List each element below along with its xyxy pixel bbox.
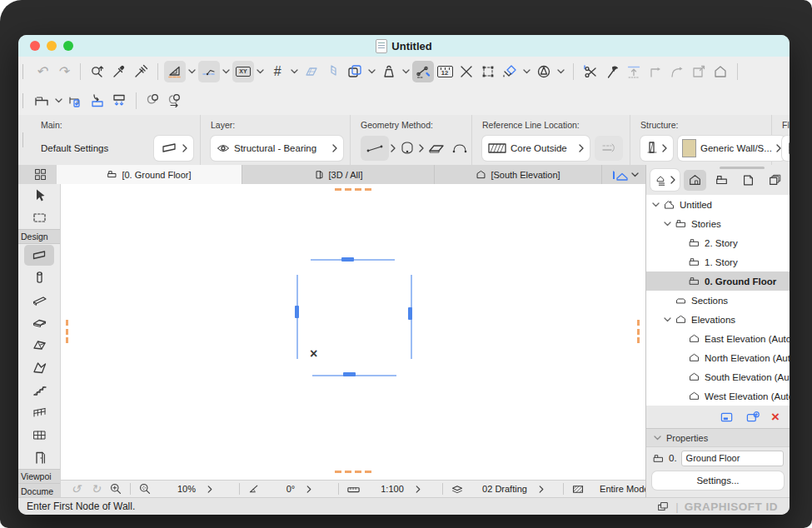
floor-plan-canvas[interactable]: × xyxy=(60,184,646,480)
tree-item-sections[interactable]: Sections xyxy=(646,291,790,310)
tool-slab[interactable] xyxy=(24,312,54,333)
guide-lines-button[interactable] xyxy=(164,61,186,82)
tab-ground-floor[interactable]: [0. Ground Floor] xyxy=(57,165,242,184)
orientation-control[interactable]: 0° xyxy=(264,484,334,494)
virtual-trace-button[interactable] xyxy=(344,61,366,82)
west-elevation-marker[interactable] xyxy=(295,306,299,318)
tree-item-elevations[interactable]: Elevations xyxy=(646,310,790,329)
geometry-chained-button[interactable] xyxy=(426,137,447,159)
tree-item-stories[interactable]: Stories xyxy=(646,214,790,233)
navigator-tab-publisher[interactable] xyxy=(764,170,786,191)
properties-header[interactable]: Properties xyxy=(646,428,790,447)
chevron-right-icon[interactable] xyxy=(391,144,396,152)
window-copy-icon[interactable] xyxy=(656,501,670,512)
wall-settings-button[interactable] xyxy=(154,136,193,161)
tool-arrow[interactable] xyxy=(24,185,54,206)
chevron-down-icon[interactable] xyxy=(652,202,660,207)
snap-guides-dropdown[interactable] xyxy=(220,61,232,82)
tab-south-elevation[interactable]: [South Elevation] xyxy=(435,165,602,184)
stretch-button[interactable] xyxy=(456,61,477,82)
tree-item-project[interactable]: Untitled xyxy=(646,195,790,214)
transform-marquee-button[interactable] xyxy=(477,61,499,82)
zoom-in-button[interactable] xyxy=(106,482,126,496)
apply-style-button[interactable] xyxy=(164,90,186,112)
coordinate-input-button[interactable]: XY xyxy=(232,61,254,82)
infobox-drag-handle[interactable] xyxy=(22,132,23,147)
tool-door[interactable] xyxy=(24,447,54,468)
toolbox-section-design[interactable]: Design xyxy=(18,229,60,244)
project-chooser-button[interactable] xyxy=(650,169,680,191)
toolbar-drag-handle[interactable] xyxy=(22,93,23,108)
dimension-button[interactable]: 12 xyxy=(434,61,456,82)
south-elevation-marker[interactable] xyxy=(343,372,356,376)
tab-3d-all[interactable]: [3D / All] xyxy=(242,165,435,184)
tool-roof[interactable] xyxy=(24,335,54,356)
snap-grid-dropdown[interactable] xyxy=(288,61,301,82)
editing-plane-rotated-button[interactable] xyxy=(322,61,344,82)
chevron-down-icon[interactable] xyxy=(664,222,671,227)
virtual-trace-dropdown[interactable] xyxy=(366,61,378,82)
trim-button[interactable] xyxy=(601,61,623,82)
pick-up-settings-button[interactable] xyxy=(65,90,87,112)
navigator-tab-layout-book[interactable] xyxy=(737,170,760,191)
chevron-right-icon[interactable] xyxy=(419,144,424,152)
tab-overview-button[interactable] xyxy=(23,165,57,184)
delete-viewpoint-button[interactable]: × xyxy=(771,410,780,424)
tool-wall[interactable] xyxy=(24,245,54,266)
zoom-level-control[interactable]: 10% xyxy=(155,484,235,494)
chevron-down-icon[interactable] xyxy=(664,317,671,322)
geometry-rectangle-button[interactable] xyxy=(449,137,471,159)
transfer-settings-button[interactable] xyxy=(87,90,108,112)
view-back-button[interactable]: ↺ xyxy=(66,483,86,495)
layer-combination-control[interactable]: 02 Drafting xyxy=(467,484,559,494)
resize-button[interactable] xyxy=(688,61,710,82)
fit-in-window-button[interactable] xyxy=(135,482,155,496)
find-select-button[interactable] xyxy=(87,61,108,82)
fill-polygon-button[interactable] xyxy=(499,61,521,82)
east-elevation-marker[interactable] xyxy=(408,307,412,320)
favorites-dropdown[interactable] xyxy=(52,90,65,112)
redo-button[interactable]: ↷ xyxy=(52,61,74,82)
open-settings-window-button[interactable] xyxy=(720,411,735,424)
coordinate-input-dropdown[interactable] xyxy=(254,61,267,82)
tree-item-ground-floor[interactable]: 0. Ground Floor xyxy=(646,271,790,291)
change-home-story-button[interactable] xyxy=(710,61,731,82)
tree-item-north-elevation[interactable]: North Elevation (Auto xyxy=(646,348,790,367)
navigator-tab-project-map[interactable] xyxy=(684,170,706,191)
building-material-selector[interactable]: Generic Wall/S... xyxy=(678,136,785,161)
story-name-input[interactable] xyxy=(681,451,784,466)
tree-item-south-elevation[interactable]: South Elevation (Auto xyxy=(646,367,790,386)
snap-guides-button[interactable] xyxy=(198,61,220,82)
undo-button[interactable]: ↶ xyxy=(31,61,52,82)
tool-column[interactable] xyxy=(24,267,54,288)
graphisoft-id-label[interactable]: GRAPHISOFT ID xyxy=(685,501,778,513)
apply-all-settings-button[interactable] xyxy=(108,90,130,112)
pick-up-parameters-button[interactable] xyxy=(108,61,130,82)
structure-type-button[interactable] xyxy=(640,136,673,161)
north-elevation-marker[interactable] xyxy=(341,257,354,262)
model-view-control[interactable]: Entire Model xyxy=(588,484,645,494)
toolbox-section-viewpoint[interactable]: Viewpoi xyxy=(18,469,60,484)
tool-morph[interactable] xyxy=(24,357,54,378)
scale-control[interactable]: 1:100 xyxy=(363,484,438,494)
tree-item-west-elevation[interactable]: West Elevation (Auto- xyxy=(646,386,790,406)
flip-reference-button[interactable] xyxy=(595,136,623,161)
tool-marquee[interactable] xyxy=(24,207,54,228)
measure-button[interactable] xyxy=(412,61,434,82)
suspend-groups-button[interactable] xyxy=(378,61,400,82)
floor-plan-display-button[interactable] xyxy=(782,136,790,161)
layer-selector[interactable]: Structural - Bearing xyxy=(211,136,343,161)
fillet-button[interactable] xyxy=(666,61,688,82)
suspend-groups-dropdown[interactable] xyxy=(400,61,412,82)
editing-plane-button[interactable] xyxy=(301,61,322,82)
geometry-straight-button[interactable] xyxy=(361,136,389,161)
geometry-curved-button[interactable] xyxy=(397,137,417,159)
revolve-button[interactable] xyxy=(533,61,555,82)
toolbar-drag-handle[interactable] xyxy=(22,64,23,79)
quick-options-button[interactable] xyxy=(611,165,645,184)
reference-line-selector[interactable]: Core Outside xyxy=(482,136,590,161)
tree-item-story-1[interactable]: 1. Story xyxy=(646,252,790,271)
guide-lines-dropdown[interactable] xyxy=(186,61,198,82)
navigator-scroll-indicator[interactable] xyxy=(720,167,765,169)
tool-curtain-wall[interactable] xyxy=(24,425,54,446)
